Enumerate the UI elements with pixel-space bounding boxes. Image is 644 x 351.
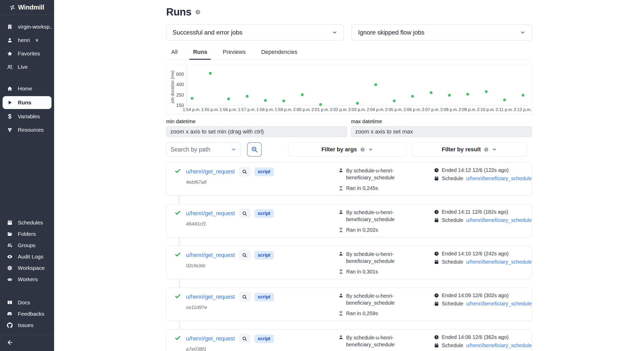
sidebar-item-label: Resources [18, 127, 44, 133]
sidebar-item-live[interactable]: Live [0, 60, 54, 74]
sidebar-admin-group: Schedules Folders Groups Audit Logs Work… [0, 217, 54, 285]
chart-data-point[interactable] [319, 103, 322, 106]
zoom-out-search-button[interactable] [247, 142, 262, 157]
sidebar-item-label: Workers [18, 276, 38, 282]
run-details-search-button[interactable] [239, 208, 250, 218]
sidebar-item-user[interactable]: henri ♛ [0, 34, 54, 47]
chart-data-point[interactable] [522, 94, 524, 97]
sidebar-item-groups[interactable]: Groups [0, 240, 54, 251]
runs-duration-chart[interactable]: job duration (ms) 1502504006001:54 p.m.1… [166, 64, 532, 114]
clock-icon [434, 335, 439, 340]
sidebar-item-workers[interactable]: Workers [0, 274, 54, 285]
chart-data-point[interactable] [430, 91, 433, 94]
run-path-link[interactable]: u/henri/get_request [186, 252, 235, 258]
chart-x-tick: 1:56 p.m. [219, 107, 237, 112]
run-schedule-prefix: Schedule [442, 301, 463, 307]
schedule-link[interactable]: u/henri/beneficiary_schedule [466, 259, 532, 265]
run-card[interactable]: u/henri/get_request script 02cfa3dc By s… [166, 246, 532, 279]
collapse-sidebar-button[interactable] [7, 342, 13, 347]
sidebar-item-runs[interactable]: Runs [3, 96, 52, 109]
chart-x-tick: 2:10 p.m. [477, 107, 495, 112]
run-schedule-prefix: Schedule [442, 217, 463, 223]
sidebar-item-workspace-settings[interactable]: Workspace [0, 262, 54, 274]
sidebar-item-resources[interactable]: Resources [0, 123, 54, 137]
folder-icon [7, 231, 13, 237]
tab-runs[interactable]: Runs [191, 47, 209, 60]
run-details-search-button[interactable] [239, 167, 250, 177]
min-datetime-input[interactable] [166, 126, 347, 137]
person-icon [338, 251, 343, 256]
chart-data-point[interactable] [209, 72, 212, 75]
sidebar-item-workspace[interactable]: virgin-worksp... [0, 20, 54, 34]
sidebar-primary-group: Home Runs $ Variables Resources [0, 82, 54, 137]
sidebar-item-audit-logs[interactable]: Audit Logs [0, 251, 54, 262]
star-icon [7, 51, 13, 57]
chart-data-point[interactable] [356, 102, 359, 105]
chart-data-point[interactable] [411, 95, 414, 98]
run-triggered-by: By schedule-u-henri-beneficiary_schedule [346, 209, 405, 223]
tab-previews[interactable]: Previews [221, 47, 247, 60]
run-details-search-button[interactable] [239, 292, 250, 302]
chart-data-point[interactable] [246, 95, 249, 98]
schedule-link[interactable]: u/henri/beneficiary_schedule [466, 301, 532, 307]
calendar-icon [7, 220, 13, 226]
tab-dependencies[interactable]: Dependencies [260, 47, 299, 60]
run-kind-badge: script [255, 293, 274, 301]
search-by-path-select[interactable]: Search by path [166, 142, 241, 157]
run-path-link[interactable]: u/henri/get_request [186, 335, 235, 342]
run-duration: Ran in 0,202s [346, 227, 378, 233]
sidebar-item-schedules[interactable]: Schedules [0, 217, 54, 228]
filter-by-result-button[interactable]: Filter by result [412, 142, 527, 157]
chart-x-tick: 2:09 p.m. [459, 107, 476, 112]
info-icon[interactable] [195, 9, 201, 15]
clock-icon [434, 168, 439, 173]
run-path-link[interactable]: u/henri/get_request [186, 210, 235, 217]
chart-data-point[interactable] [264, 99, 267, 102]
hourglass-icon [338, 311, 343, 316]
run-card[interactable]: u/henri/get_request script ce11d97e By s… [166, 288, 532, 321]
chevron-down-icon [368, 147, 373, 152]
chart-data-point[interactable] [485, 90, 488, 93]
run-path-link[interactable]: u/henri/get_request [186, 168, 235, 175]
chart-data-point[interactable] [301, 93, 304, 96]
run-details-search-button[interactable] [239, 334, 250, 344]
app-logo[interactable]: Windmill [0, 0, 54, 15]
chart-data-point[interactable] [466, 93, 469, 96]
filter-by-args-button[interactable]: Filter by args [288, 142, 406, 157]
chart-data-point[interactable] [282, 99, 285, 102]
chart-x-tick: 2:07 p.m. [422, 107, 440, 112]
chart-data-point[interactable] [503, 98, 506, 101]
run-path-link[interactable]: u/henri/get_request [186, 294, 235, 300]
sidebar-item-feedbacks[interactable]: Feedbacks [0, 308, 54, 320]
chart-data-point[interactable] [393, 99, 396, 102]
person-icon [338, 168, 343, 173]
gear-icon [7, 265, 13, 271]
run-card[interactable]: u/henri/get_request script 4ebf67a8 By s… [166, 162, 532, 196]
chart-data-point[interactable] [448, 94, 451, 97]
run-kind-badge: script [255, 335, 274, 343]
skipped-flow-jobs-value: Ignore skipped flow jobs [358, 29, 424, 36]
sidebar-item-folders[interactable]: Folders [0, 228, 54, 240]
run-details-search-button[interactable] [239, 250, 250, 260]
job-kind-select[interactable]: Successful and error jobs [166, 24, 344, 40]
sidebar-item-favorites[interactable]: Favorites [0, 47, 54, 60]
run-card[interactable]: u/henri/get_request script 46441cf1 By s… [166, 204, 532, 237]
chart-data-point[interactable] [227, 97, 230, 100]
schedule-link[interactable]: u/henri/beneficiary_schedule [466, 176, 532, 181]
schedule-link[interactable]: u/henri/beneficiary_schedule [466, 342, 532, 348]
filter-by-args-label: Filter by args [321, 146, 357, 153]
sidebar-item-home[interactable]: Home [0, 82, 54, 95]
skipped-flow-jobs-select[interactable]: Ignore skipped flow jobs [352, 24, 532, 40]
max-datetime-input[interactable] [351, 126, 532, 137]
run-card[interactable]: u/henri/get_request script a7e038f1 By s… [166, 329, 532, 351]
sidebar-item-label: Runs [18, 99, 31, 106]
tab-all[interactable]: All [170, 47, 179, 60]
chart-data-point[interactable] [191, 97, 193, 100]
sidebar-item-docs[interactable]: Docs [0, 297, 54, 308]
sidebar-item-issues[interactable]: Issues [0, 320, 54, 331]
sidebar-item-variables[interactable]: $ Variables [0, 110, 54, 123]
chart-plot-area[interactable] [187, 67, 528, 105]
chart-data-point[interactable] [374, 83, 377, 86]
schedule-link[interactable]: u/henri/beneficiary_schedule [466, 217, 532, 223]
calendar-icon [434, 218, 439, 223]
